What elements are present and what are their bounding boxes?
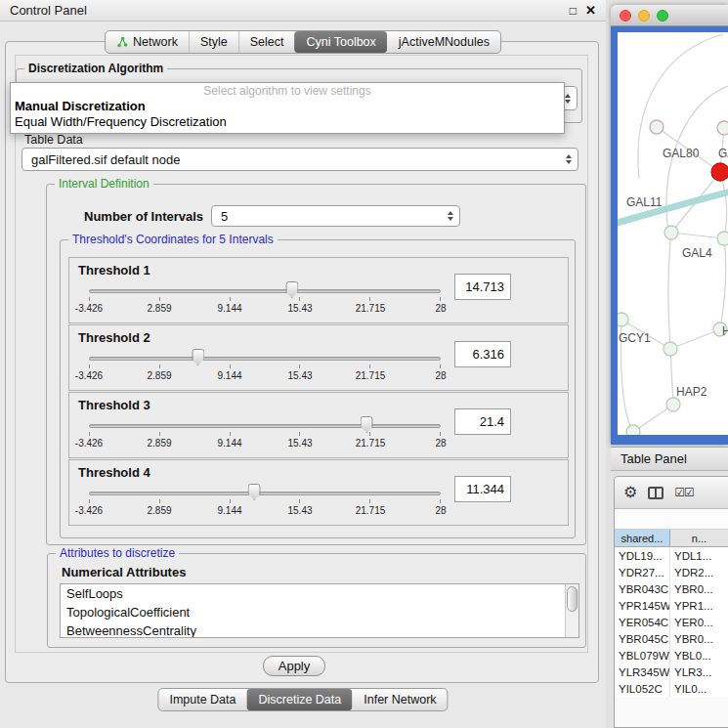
numerical-attributes-list: SelfLoops TopologicalCoefficient Between… <box>60 583 579 638</box>
node-label: GA <box>718 147 728 160</box>
cell-shared-name[interactable]: YIL052C <box>615 680 670 697</box>
cell-name[interactable]: YDL1... <box>670 547 728 564</box>
network-canvas[interactable]: GAL80 GA GAL11 GAL4 GCY1 H HAP2 <box>618 32 728 435</box>
float-window-icon[interactable]: □ <box>570 4 577 18</box>
cell-name[interactable]: YBL0... <box>670 647 728 664</box>
threshold-4-slider[interactable]: -3.426 2.859 9.144 15.43 21.715 28 <box>89 480 441 525</box>
list-scrollbar[interactable] <box>565 584 578 637</box>
node[interactable] <box>717 232 728 245</box>
tab-impute-data[interactable]: Impute Data <box>158 689 246 710</box>
table-row[interactable]: YLR345W YLR3... <box>615 664 728 680</box>
tab-label: Style <box>200 35 228 49</box>
selected-red-node[interactable] <box>711 163 728 181</box>
threshold-3-slider[interactable]: -3.426 2.859 9.144 15.43 21.715 28 <box>89 412 441 457</box>
minimize-traffic-light-icon[interactable] <box>638 10 650 21</box>
node[interactable] <box>664 342 677 356</box>
tab-infer-network[interactable]: Infer Network <box>352 689 447 710</box>
cell-shared-name[interactable]: YPR145W <box>615 597 670 614</box>
cell-name[interactable]: YBR0... <box>670 580 728 597</box>
zoom-traffic-light-icon[interactable] <box>657 10 668 21</box>
slider-thumb[interactable] <box>192 349 204 365</box>
threshold-2-value-field[interactable]: 6.316 <box>454 341 511 367</box>
node[interactable] <box>717 121 728 135</box>
tab-discretize-data[interactable]: Discretize Data <box>247 689 353 710</box>
cell-shared-name[interactable]: YBR045C <box>615 630 670 647</box>
list-item[interactable]: BetweennessCentrality <box>61 621 578 638</box>
cell-shared-name[interactable]: YDR27... <box>615 564 670 580</box>
table-row[interactable]: YBR045C YBR0... <box>615 630 728 647</box>
table-row[interactable]: YBL079W YBL0... <box>615 647 728 664</box>
table-row[interactable]: YIL052C YIL0... <box>615 680 728 697</box>
tab-jactivemnodules[interactable]: jActiveMNodules <box>387 31 500 53</box>
cell-name[interactable]: YPR1... <box>670 597 728 614</box>
tick-label: -3.426 <box>75 438 103 449</box>
cell-shared-name[interactable]: YBR043C <box>615 580 670 597</box>
table-row[interactable]: YER054C YER0... <box>615 614 728 630</box>
threshold-1-value-field[interactable]: 14.713 <box>454 274 511 300</box>
close-panel-icon[interactable]: ✕ <box>585 3 596 18</box>
column-header-name[interactable]: n... <box>670 530 728 546</box>
dropdown-option-manual-discretization[interactable]: Manual Discretization <box>11 99 564 114</box>
list-item[interactable]: TopologicalCoefficient <box>61 603 578 621</box>
node[interactable] <box>664 226 678 239</box>
close-traffic-light-icon[interactable] <box>620 10 631 21</box>
scrollbar-thumb[interactable] <box>567 586 578 612</box>
gear-icon[interactable]: ⚙ <box>623 485 637 500</box>
apply-button[interactable]: Apply <box>263 656 325 676</box>
slider-thumb[interactable] <box>361 416 373 433</box>
list-item[interactable]: SelfLoops <box>61 584 578 603</box>
node[interactable] <box>626 425 640 435</box>
table-row[interactable]: YDR27... YDR2... <box>615 564 728 580</box>
threshold-1-slider[interactable]: -3.426 2.859 9.144 15.43 21.715 28 <box>89 278 441 322</box>
table-row[interactable]: YPR145W YPR1... <box>615 597 728 614</box>
tick-label: 21.715 <box>356 505 386 516</box>
cell-shared-name[interactable]: YDL19... <box>615 547 670 564</box>
select-columns-icon[interactable]: ☑☑ <box>674 487 694 498</box>
table-header-row: shared... n... <box>615 530 728 547</box>
cell-name[interactable]: YBR0... <box>670 630 728 647</box>
tab-cyni-toolbox[interactable]: Cyni Toolbox <box>294 31 386 53</box>
cell-shared-name[interactable]: YBL079W <box>615 647 670 664</box>
right-column: GAL80 GA GAL11 GAL4 GCY1 H HAP2 Table Pa… <box>611 0 728 728</box>
slider-track[interactable] <box>89 357 441 361</box>
tick-label: 21.715 <box>356 303 386 314</box>
slider-track[interactable] <box>89 289 441 293</box>
node[interactable] <box>650 120 664 134</box>
table-data-combobox[interactable]: galFiltered.sif default node <box>21 148 578 171</box>
cell-shared-name[interactable]: YLR345W <box>615 664 670 680</box>
table-row[interactable]: YBR043C YBR0... <box>615 580 728 597</box>
cell-shared-name[interactable]: YER054C <box>615 614 670 630</box>
slider-track[interactable] <box>89 424 441 428</box>
tab-network[interactable]: Network <box>106 31 189 53</box>
slider-thumb[interactable] <box>285 281 298 298</box>
node[interactable] <box>666 398 680 411</box>
dropdown-placeholder-item[interactable]: Select algorithm to view settings <box>11 84 564 99</box>
cell-name[interactable]: YDR2... <box>670 564 728 580</box>
slider-thumb[interactable] <box>248 484 261 500</box>
threshold-2-slider[interactable]: -3.426 2.859 9.144 15.43 21.715 28 <box>89 345 441 390</box>
threshold-3-value-field[interactable]: 21.4 <box>454 408 511 435</box>
tick-label: 2.859 <box>147 505 171 516</box>
tab-select[interactable]: Select <box>238 31 295 53</box>
columns-icon[interactable] <box>648 487 664 499</box>
algorithm-dropdown-list: Select algorithm to view settings Manual… <box>10 82 565 134</box>
node[interactable] <box>618 313 628 326</box>
table-row[interactable]: YDL19... YDL1... <box>615 547 728 564</box>
cell-name[interactable]: YER0... <box>670 614 728 630</box>
column-header-shared-name[interactable]: shared... <box>615 530 670 546</box>
slider-track[interactable] <box>89 492 441 495</box>
combobox-stepper-icon <box>565 94 571 104</box>
tick-label: 9.144 <box>217 303 241 314</box>
tick-label: -3.426 <box>75 505 103 516</box>
tick-label: 9.144 <box>217 370 241 381</box>
tab-style[interactable]: Style <box>189 31 238 53</box>
dropdown-option-equal-width-frequency[interactable]: Equal Width/Frequency Discretization <box>11 114 564 130</box>
network-canvas-wrap: GAL80 GA GAL11 GAL4 GCY1 H HAP2 <box>618 32 728 435</box>
cell-name[interactable]: YLR3... <box>670 664 728 680</box>
num-intervals-combobox[interactable]: 5 <box>211 205 460 227</box>
combobox-stepper-icon <box>448 211 453 221</box>
cell-name[interactable]: YIL0... <box>670 680 728 697</box>
threshold-4-value-field[interactable]: 11.344 <box>454 476 511 502</box>
network-window-titlebar[interactable] <box>611 5 728 26</box>
tab-label: Infer Network <box>364 693 436 707</box>
